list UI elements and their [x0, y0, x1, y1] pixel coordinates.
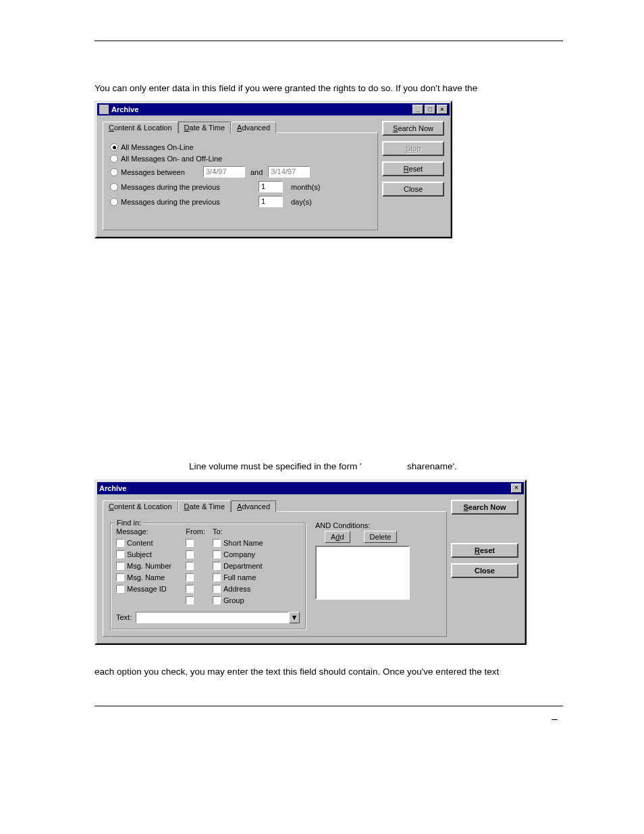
col-to-label: To: — [213, 527, 300, 536]
close-window-button[interactable]: × — [437, 105, 448, 114]
reset-button[interactable]: Reset — [382, 161, 444, 176]
titlebar: Archive × — [97, 482, 524, 494]
tab-strip: Content & Location Date & Time Advanced — [103, 122, 378, 133]
tab-strip: Content & Location Date & Time Advanced — [103, 500, 447, 512]
find-in-legend: Find in: — [115, 519, 143, 527]
radio-all-online[interactable] — [110, 143, 118, 151]
chk-msg-name[interactable] — [116, 573, 124, 581]
conditions-label: AND Conditions: — [315, 521, 430, 529]
search-now-button[interactable]: Search Now — [382, 121, 444, 136]
conditions-list[interactable] — [315, 546, 410, 600]
chk-to-company-label: Company — [223, 550, 255, 558]
tab-advanced[interactable]: Advanced — [231, 122, 276, 133]
window-title: Archive — [111, 105, 138, 113]
conditions-area: AND Conditions: Add Delete — [315, 519, 430, 629]
chk-message-id[interactable] — [116, 585, 124, 593]
chk-subject[interactable] — [116, 550, 124, 558]
chk-msg-name-label: Msg. Name — [127, 573, 165, 581]
intro-paragraph: You can only enter data in this field if… — [95, 82, 563, 95]
chk-from-3[interactable] — [186, 562, 194, 570]
chk-to-group[interactable] — [213, 596, 221, 604]
archive-dialog-datetime: Archive _ □ × Content & Location Date & … — [95, 101, 452, 238]
chk-from-2[interactable] — [186, 550, 194, 558]
chk-from-4[interactable] — [186, 573, 194, 581]
chk-to-address-label: Address — [223, 585, 250, 593]
titlebar: Archive _ □ × — [97, 103, 450, 115]
chk-to-address[interactable] — [213, 585, 221, 593]
bottom-rule — [95, 706, 563, 706]
delete-button[interactable]: Delete — [364, 531, 398, 543]
days-unit: day(s) — [291, 198, 312, 206]
outro-paragraph: each option you check, you may enter the… — [95, 665, 563, 679]
chk-subject-label: Subject — [127, 550, 152, 558]
chk-to-company[interactable] — [213, 550, 221, 558]
page-footer-mark: – — [95, 713, 563, 725]
button-column: Search Now Reset Close — [451, 500, 518, 637]
chk-to-department[interactable] — [213, 562, 221, 570]
tab-advanced[interactable]: Advanced — [231, 500, 276, 512]
date-from-input[interactable]: 3/4/97 — [203, 166, 245, 178]
window-title: Archive — [99, 484, 126, 492]
tab-date-time[interactable]: Date & Time — [178, 122, 232, 133]
radio-prev-days-label: Messages during the previous — [121, 198, 256, 206]
close-button[interactable]: Close — [451, 563, 518, 578]
chk-content-label: Content — [127, 539, 153, 547]
dropdown-icon[interactable]: ▼ — [289, 612, 300, 623]
chk-to-fullname[interactable] — [213, 573, 221, 581]
mid-paragraph: Line volume must be specified in the for… — [95, 460, 563, 473]
close-window-button[interactable]: × — [511, 484, 522, 493]
radio-prev-days[interactable] — [110, 198, 118, 206]
close-button[interactable]: Close — [382, 182, 444, 197]
chk-from-5[interactable] — [186, 585, 194, 593]
tab-date-time[interactable]: Date & Time — [178, 500, 232, 512]
stop-button[interactable]: Stop — [382, 141, 444, 156]
radio-all-on-off-label: All Messages On- and Off-Line — [121, 155, 222, 163]
date-to-input[interactable]: 3/14/97 — [268, 166, 310, 178]
add-button[interactable]: Add — [325, 531, 350, 543]
chk-content[interactable] — [116, 539, 124, 547]
top-rule — [95, 41, 563, 41]
tab-content-location[interactable]: Content & Location — [103, 122, 178, 133]
archive-dialog-advanced: Archive × Content & Location Date & Time… — [95, 479, 527, 645]
text-combo[interactable]: ▼ — [136, 612, 300, 623]
chk-from-1[interactable] — [186, 539, 194, 547]
tab-panel: Find in: Message: Content Subject Msg. N… — [103, 511, 447, 637]
chk-to-fullname-label: Full name — [223, 573, 256, 581]
chk-message-id-label: Message ID — [127, 585, 167, 593]
radio-prev-months[interactable] — [110, 183, 118, 191]
col-message-label: Message: — [116, 527, 183, 536]
text-label: Text: — [116, 613, 132, 621]
button-column: Search Now Stop Reset Close — [382, 121, 444, 230]
maximize-button[interactable]: □ — [425, 105, 435, 114]
radio-all-on-off[interactable] — [110, 155, 118, 163]
chk-from-6[interactable] — [186, 596, 194, 604]
search-now-button[interactable]: Search Now — [451, 500, 518, 515]
text-input[interactable] — [136, 612, 289, 623]
months-unit: month(s) — [291, 183, 320, 191]
days-input[interactable]: 1 — [259, 196, 283, 207]
tab-panel: All Messages On-Line All Messages On- an… — [103, 132, 378, 230]
chk-to-shortname-label: Short Name — [223, 539, 263, 547]
find-in-group: Find in: Message: Content Subject Msg. N… — [110, 523, 306, 629]
months-input[interactable]: 1 — [259, 181, 283, 192]
radio-between-label: Messages between — [121, 168, 200, 176]
col-from-label: From: — [186, 527, 210, 536]
radio-all-online-label: All Messages On-Line — [121, 143, 194, 151]
app-icon — [99, 105, 109, 114]
chk-to-group-label: Group — [223, 596, 244, 604]
chk-to-shortname[interactable] — [213, 539, 221, 547]
chk-msg-number[interactable] — [116, 562, 124, 570]
radio-between[interactable] — [110, 168, 118, 176]
and-label: and — [250, 168, 263, 176]
radio-prev-months-label: Messages during the previous — [121, 183, 256, 191]
minimize-button[interactable]: _ — [412, 105, 423, 114]
chk-to-department-label: Department — [223, 562, 262, 570]
tab-content-location[interactable]: Content & Location — [103, 500, 178, 512]
reset-button[interactable]: Reset — [451, 543, 518, 558]
chk-msg-number-label: Msg. Number — [127, 562, 171, 570]
